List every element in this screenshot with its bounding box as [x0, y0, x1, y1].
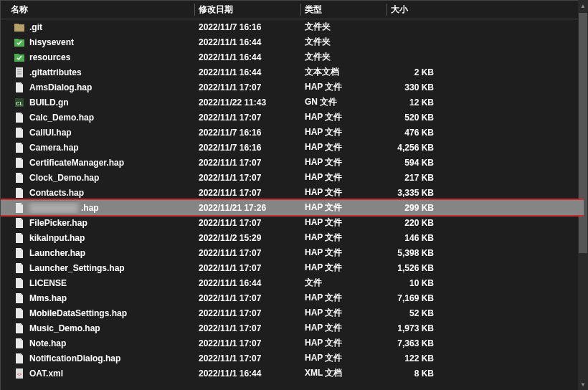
file-row[interactable]: CertificateManager.hap2022/11/1 17:07HAP… — [1, 155, 584, 170]
file-generic-icon — [14, 127, 25, 138]
file-row[interactable]: Note.hap2022/11/1 17:07HAP 文件7,363 KB — [1, 336, 584, 351]
file-generic-icon — [14, 277, 25, 289]
file-row[interactable]: resources2022/11/1 16:44文件夹 — [1, 49, 584, 65]
file-generic-icon — [14, 353, 25, 364]
file-name-cell: Clock_Demo.hap — [1, 172, 194, 184]
file-type-cell: HAP 文件 — [300, 186, 387, 199]
file-name-cell: Launcher_Settings.hap — [1, 262, 194, 274]
file-name-cell: ████████.hap — [1, 202, 194, 214]
file-size-cell: 146 KB — [387, 233, 438, 243]
file-name-label: .gitattributes — [29, 67, 82, 77]
file-row[interactable]: .git2022/11/7 16:16文件夹 — [1, 19, 584, 34]
scroll-up-arrow[interactable]: ▲ — [578, 0, 588, 11]
file-name-cell: FilePicker.hap — [1, 217, 194, 229]
file-name-label: Calc_Demo.hap — [29, 113, 94, 123]
file-row[interactable]: AmsDialog.hap2022/11/1 17:07HAP 文件330 KB — [1, 80, 584, 95]
file-name-cell: Launcher.hap — [1, 247, 194, 259]
file-type-cell: HAP 文件 — [300, 171, 387, 184]
file-row[interactable]: Music_Demo.hap2022/11/1 17:07HAP 文件1,973… — [1, 320, 584, 336]
file-name-suffix: .hap — [81, 203, 99, 213]
file-row[interactable]: MobileDataSettings.hap2022/11/1 17:07HAP… — [1, 305, 584, 320]
column-header-row: 名称 修改日期 类型 大小 — [1, 1, 584, 19]
file-type-cell: 文本文档 — [300, 66, 387, 78]
file-date-cell: 2022/11/1 17:07 — [194, 158, 300, 168]
scroll-down-arrow[interactable]: ▼ — [578, 379, 588, 390]
file-date-cell: 2022/11/7 16:16 — [194, 22, 300, 32]
column-header-name[interactable]: 名称 — [1, 1, 194, 19]
file-name-cell: NotificationDialog.hap — [1, 353, 194, 364]
file-generic-icon — [14, 82, 25, 93]
file-row[interactable]: Calc_Demo.hap2022/11/1 17:07HAP 文件520 KB — [1, 110, 584, 125]
file-generic-icon — [14, 323, 25, 334]
file-name-label: CallUI.hap — [29, 128, 72, 138]
file-name-label: kikaInput.hap — [29, 233, 85, 243]
file-name-label: MobileDataSettings.hap — [29, 308, 127, 318]
file-row[interactable]: Contacts.hap2022/11/1 17:07HAP 文件3,335 K… — [1, 185, 584, 200]
file-name-cell: Camera.hap — [1, 142, 194, 153]
file-row[interactable]: CLBUILD.gn2022/11/22 11:43GN 文件12 KB — [1, 95, 584, 110]
file-type-cell: HAP 文件 — [300, 247, 387, 259]
scrollbar-thumb[interactable] — [579, 13, 587, 253]
file-type-cell: HAP 文件 — [300, 217, 387, 229]
file-type-cell: HAP 文件 — [300, 141, 387, 153]
file-name-label: Launcher.hap — [29, 248, 85, 258]
file-generic-icon — [14, 308, 25, 319]
file-date-cell: 2022/11/1 16:44 — [194, 67, 300, 77]
file-generic-icon — [14, 112, 25, 123]
file-row[interactable]: FilePicker.hap2022/11/1 17:07HAP 文件220 K… — [1, 215, 584, 230]
file-generic-icon — [14, 142, 25, 153]
column-header-type[interactable]: 类型 — [300, 1, 387, 19]
file-type-cell: HAP 文件 — [300, 337, 387, 349]
file-size-cell: 220 KB — [387, 218, 438, 228]
folder-plain-icon — [14, 22, 25, 33]
file-date-cell: 2022/11/1 17:07 — [194, 82, 300, 92]
svg-rect-1 — [14, 24, 19, 26]
file-cl-icon: CL — [14, 97, 25, 108]
file-row[interactable]: Launcher.hap2022/11/1 17:07HAP 文件5,398 K… — [1, 245, 584, 260]
file-name-label: NotificationDialog.hap — [29, 353, 120, 363]
column-header-size[interactable]: 大小 — [387, 1, 442, 19]
file-row[interactable]: LICENSE2022/11/1 16:44文件10 KB — [1, 275, 584, 290]
file-name-cell: .gitattributes — [1, 67, 194, 78]
file-row[interactable]: Camera.hap2022/11/7 16:16HAP 文件4,256 KB — [1, 140, 584, 155]
file-date-cell: 2022/11/1 16:44 — [194, 368, 300, 379]
vertical-scrollbar[interactable]: ▲ ▼ — [578, 0, 588, 390]
column-header-date[interactable]: 修改日期 — [194, 1, 300, 19]
file-size-cell: 8 KB — [387, 368, 438, 379]
file-size-cell: 1,526 KB — [387, 263, 438, 273]
file-date-cell: 2022/11/1 16:44 — [194, 37, 300, 47]
file-name-cell: Mms.hap — [1, 292, 194, 304]
file-row[interactable]: Mms.hap2022/11/1 17:07HAP 文件7,169 KB — [1, 290, 584, 305]
file-row[interactable]: <>OAT.xml2022/11/1 16:44XML 文档8 KB — [1, 366, 584, 381]
file-type-cell: HAP 文件 — [300, 307, 387, 319]
file-type-cell: 文件 — [300, 277, 387, 289]
file-date-cell: 2022/11/1 17:07 — [194, 188, 300, 198]
file-row[interactable]: CallUI.hap2022/11/7 16:16HAP 文件476 KB — [1, 125, 584, 140]
file-row[interactable]: kikaInput.hap2022/11/2 15:29HAP 文件146 KB — [1, 230, 584, 245]
file-name-cell: Music_Demo.hap — [1, 323, 194, 334]
file-size-cell: 594 KB — [387, 158, 438, 168]
file-name-cell: CertificateManager.hap — [1, 157, 194, 168]
file-size-cell: 122 KB — [387, 353, 438, 363]
file-name-cell: Contacts.hap — [1, 187, 194, 199]
file-row[interactable]: Launcher_Settings.hap2022/11/1 17:07HAP … — [1, 260, 584, 275]
file-generic-icon — [14, 232, 25, 244]
file-row[interactable]: Clock_Demo.hap2022/11/1 17:07HAP 文件217 K… — [1, 170, 584, 185]
file-date-cell: 2022/11/1 17:07 — [194, 263, 300, 273]
file-date-cell: 2022/11/1 17:07 — [194, 353, 300, 363]
file-row[interactable]: hisysevent2022/11/1 16:44文件夹 — [1, 34, 584, 49]
file-size-cell: 217 KB — [387, 173, 438, 183]
folder-green-icon — [14, 52, 25, 63]
file-size-cell: 476 KB — [387, 128, 438, 138]
file-date-cell: 2022/11/1 17:07 — [194, 113, 300, 123]
file-generic-icon — [14, 217, 25, 229]
file-row[interactable]: ████████.hap2022/11/21 17:26HAP 文件299 KB — [1, 200, 584, 215]
file-name-label: Contacts.hap — [29, 188, 84, 198]
file-date-cell: 2022/11/7 16:16 — [194, 143, 300, 153]
file-name-cell: Note.hap — [1, 338, 194, 349]
file-size-cell: 520 KB — [387, 113, 438, 123]
file-row[interactable]: NotificationDialog.hap2022/11/1 17:07HAP… — [1, 351, 584, 366]
file-type-cell: HAP 文件 — [300, 352, 387, 364]
file-type-cell: 文件夹 — [300, 36, 387, 48]
file-row[interactable]: .gitattributes2022/11/1 16:44文本文档2 KB — [1, 65, 584, 80]
